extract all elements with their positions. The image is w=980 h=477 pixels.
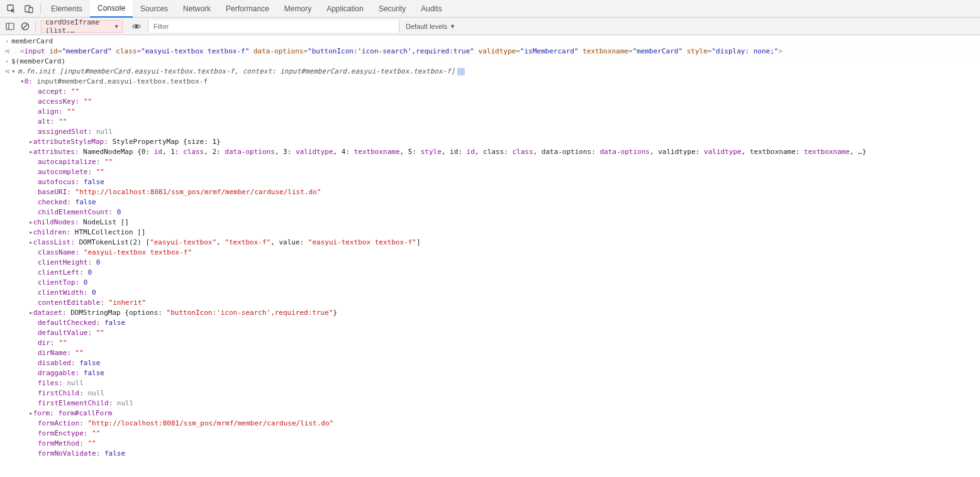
- object-property[interactable]: clientLeft: 0: [0, 268, 980, 278]
- devtools-tabs: Elements Console Sources Network Perform…: [0, 0, 980, 18]
- object-property[interactable]: defaultValue: "": [0, 328, 980, 338]
- sidebar-toggle-icon[interactable]: [3, 19, 18, 34]
- inspect-element-icon[interactable]: [3, 0, 20, 18]
- tab-network[interactable]: Network: [175, 1, 218, 17]
- result-marker-icon: ⋖: [3, 47, 11, 57]
- object-property[interactable]: classList: DOMTokenList(2) ["easyui-text…: [0, 238, 980, 248]
- object-property[interactable]: files: null: [0, 378, 980, 388]
- object-property[interactable]: dir: "": [0, 338, 980, 348]
- command-text: memberCard: [11, 36, 53, 47]
- object-property[interactable]: className: "easyui-textbox textbox-f": [0, 248, 980, 258]
- object-property[interactable]: autocapitalize: "": [0, 157, 980, 167]
- console-command[interactable]: › $(memberCard): [0, 57, 980, 67]
- object-property[interactable]: baseURI: "http://localhost:8081/ssm_pos/…: [0, 187, 980, 197]
- tab-separator: [40, 4, 41, 14]
- command-text: $(memberCard): [11, 57, 65, 67]
- console-output: › memberCard ⋖ <input id="memberCard" cl…: [0, 35, 980, 460]
- expand-toggle-icon[interactable]: [29, 309, 33, 317]
- object-property[interactable]: attributes: NamedNodeMap {0: id, 1: clas…: [0, 147, 980, 157]
- object-property[interactable]: attributeStyleMap: StylePropertyMap {siz…: [0, 137, 980, 147]
- object-property[interactable]: formNoValidate: false: [0, 449, 980, 459]
- dropdown-triangle-icon: ▼: [450, 23, 455, 30]
- svg-rect-3: [6, 23, 14, 30]
- expand-toggle-icon[interactable]: [29, 218, 33, 226]
- context-label: cardUseIframe (list.…: [45, 18, 115, 35]
- context-selector[interactable]: cardUseIframe (list.… ▼: [41, 20, 123, 33]
- object-property[interactable]: form: form#callForm: [0, 408, 980, 419]
- element-preview: <input id="memberCard" class="easyui-tex…: [20, 47, 782, 57]
- object-property[interactable]: accessKey: "": [0, 97, 980, 107]
- object-property[interactable]: clientHeight: 0: [0, 258, 980, 268]
- expand-toggle-icon[interactable]: [29, 138, 33, 146]
- object-property[interactable]: checked: false: [0, 197, 980, 207]
- expand-toggle-icon[interactable]: [29, 228, 33, 236]
- console-toolbar: cardUseIframe (list.… ▼ Default levels ▼: [0, 18, 980, 35]
- console-result[interactable]: ⋖ <input id="memberCard" class="easyui-t…: [0, 47, 980, 57]
- prompt-marker-icon: ›: [3, 36, 11, 47]
- tab-security[interactable]: Security: [371, 1, 413, 17]
- expand-toggle-icon[interactable]: [29, 409, 33, 417]
- tab-performance[interactable]: Performance: [218, 1, 277, 17]
- svg-line-6: [23, 24, 28, 29]
- object-property[interactable]: formMethod: "": [0, 439, 980, 449]
- tab-elements[interactable]: Elements: [43, 1, 90, 17]
- console-command[interactable]: › memberCard: [0, 36, 980, 47]
- object-property[interactable]: autofocus: false: [0, 177, 980, 187]
- object-property[interactable]: childElementCount: 0: [0, 207, 980, 217]
- result-marker-icon: ⋖: [3, 67, 11, 77]
- info-icon[interactable]: [457, 68, 465, 75]
- object-property[interactable]: alt: "": [0, 117, 980, 127]
- object-property[interactable]: contentEditable: "inherit": [0, 298, 980, 308]
- filter-input[interactable]: [148, 20, 399, 33]
- toolbar-separator: [35, 21, 36, 31]
- log-level-selector[interactable]: Default levels ▼: [399, 23, 462, 30]
- object-property[interactable]: autocomplete: "": [0, 167, 980, 177]
- expand-toggle-icon[interactable]: [11, 67, 18, 77]
- object-property[interactable]: dataset: DOMStringMap {options: "buttonI…: [0, 308, 980, 318]
- object-property[interactable]: defaultChecked: false: [0, 318, 980, 328]
- object-property[interactable]: childNodes: NodeList []: [0, 217, 980, 228]
- dropdown-triangle-icon: ▼: [115, 23, 118, 30]
- object-preview: m.fn.init [input#memberCard.easyui-textb…: [18, 67, 465, 77]
- object-property[interactable]: clientTop: 0: [0, 278, 980, 288]
- expand-toggle-icon[interactable]: [20, 77, 25, 85]
- svg-point-7: [135, 25, 138, 28]
- live-expression-icon[interactable]: [129, 19, 144, 34]
- object-property[interactable]: assignedSlot: null: [0, 127, 980, 137]
- clear-console-icon[interactable]: [18, 19, 33, 34]
- object-property[interactable]: firstChild: null: [0, 388, 980, 398]
- tab-application[interactable]: Application: [319, 1, 371, 17]
- prompt-marker-icon: ›: [3, 57, 11, 67]
- svg-rect-2: [29, 8, 33, 13]
- object-property[interactable]: draggable: false: [0, 368, 980, 378]
- levels-label: Default levels: [406, 23, 447, 30]
- object-property[interactable]: 0: input#memberCard.easyui-textbox.textb…: [0, 77, 980, 87]
- device-toolbar-icon[interactable]: [20, 0, 38, 18]
- object-property[interactable]: dirName: "": [0, 348, 980, 358]
- object-property[interactable]: clientWidth: 0: [0, 288, 980, 298]
- object-property[interactable]: firstElementChild: null: [0, 398, 980, 408]
- object-property[interactable]: formEnctype: "": [0, 429, 980, 439]
- tab-console[interactable]: Console: [90, 0, 133, 18]
- console-object[interactable]: ⋖ m.fn.init [input#memberCard.easyui-tex…: [0, 67, 980, 77]
- object-property[interactable]: accept: "": [0, 87, 980, 97]
- object-property[interactable]: children: HTMLCollection []: [0, 228, 980, 238]
- object-property[interactable]: align: "": [0, 107, 980, 117]
- tab-sources[interactable]: Sources: [133, 1, 175, 17]
- object-property[interactable]: disabled: false: [0, 358, 980, 368]
- tab-audits[interactable]: Audits: [413, 1, 449, 17]
- expand-toggle-icon[interactable]: [29, 238, 33, 246]
- expand-toggle-icon[interactable]: [29, 148, 33, 156]
- tab-memory[interactable]: Memory: [277, 1, 319, 17]
- object-property[interactable]: formAction: "http://localhost:8081/ssm_p…: [0, 419, 980, 429]
